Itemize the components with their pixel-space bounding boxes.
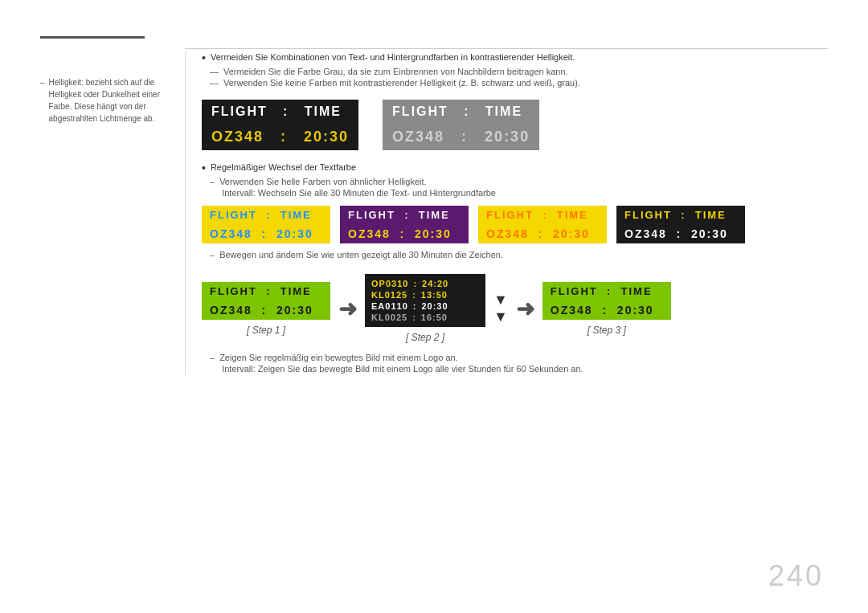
sub-dash2-marker — [210, 188, 217, 198]
page-container: – Helligkeit: bezieht sich auf die Helli… — [0, 0, 868, 613]
step1-header: FLIGHT : TIME — [202, 282, 330, 300]
note2-dash2-marker — [210, 364, 217, 374]
s2r3-time: 20:30 — [421, 301, 448, 311]
sub-dash1-text: Verwenden Sie helle Farben von ähnlicher… — [219, 177, 426, 186]
dash2-marker: — — [210, 78, 219, 88]
flight-panel-gray: FLIGHT : TIME OZ348 : 20:30 — [383, 100, 539, 150]
panel-dark2-body: OZ348 : 20:30 — [616, 224, 745, 243]
flight-label-dark: FLIGHT : TIME — [211, 104, 342, 118]
note2-dash1: – Zeigen Sie regelmäßig ein bewegtes Bil… — [202, 353, 828, 362]
step1-panel: FLIGHT : TIME OZ348 : 20:30 — [202, 282, 330, 320]
main-bullet2: • Regelmäßiger Wechsel der Textfarbe — [202, 162, 828, 174]
step2-row2: KL0125 : 13:50 — [371, 290, 479, 300]
steps-row: FLIGHT : TIME OZ348 : 20:30 [ Step 1 ] ➜… — [202, 274, 828, 343]
sidebar-bullet: – Helligkeit: bezieht sich auf die Helli… — [40, 76, 169, 125]
step2-row3: EA0110 : 20:30 — [371, 301, 479, 311]
top-rule — [185, 48, 828, 49]
page-number: 240 — [768, 559, 824, 593]
note-dash-text: Bewegen und ändern Sie wie unten gezeigt… — [219, 250, 503, 260]
arrow-down-group: ▼ ▼ — [493, 292, 508, 325]
note2-dash1-text: Zeigen Sie regelmäßig ein bewegtes Bild … — [219, 353, 458, 362]
panel-by-body: OZ348 : 20:30 — [202, 224, 330, 243]
flight-panel-blue-yellow: FLIGHT : TIME OZ348 : 20:30 — [202, 206, 330, 243]
sidebar-dash: – — [40, 76, 45, 125]
panel-by-header: FLIGHT : TIME — [202, 206, 330, 224]
note-section: – Zeigen Sie regelmäßig ein bewegtes Bil… — [202, 353, 828, 374]
sub-dash1: – Verwenden Sie helle Farben von ähnlich… — [202, 177, 828, 186]
step3-body: OZ348 : 20:30 — [542, 300, 671, 320]
panel-gray-body: OZ348 : 20:30 — [383, 124, 539, 150]
layout: – Helligkeit: bezieht sich auf die Helli… — [40, 52, 828, 375]
main-dash1: — Vermeiden Sie die Farbe Grau, da sie z… — [202, 67, 828, 76]
step2-row4: KL0025 : 16:50 — [371, 313, 479, 322]
left-rule — [40, 36, 145, 39]
color-panels-row: FLIGHT : TIME OZ348 : 20:30 FLIGHT : TIM… — [202, 206, 828, 243]
step2-panel: OP0310 : 24:20 KL0125 : 13:50 EA0110 : — [365, 274, 485, 327]
s2r2-sep: : — [412, 290, 416, 300]
s2r3-sep: : — [413, 301, 417, 311]
step1-wrapper: FLIGHT : TIME OZ348 : 20:30 [ Step 1 ] — [202, 282, 330, 336]
arrow-right-1: ➜ — [338, 296, 357, 322]
flight-panel-dark2: FLIGHT : TIME OZ348 : 20:30 — [616, 206, 745, 243]
dash1-marker: — — [210, 67, 219, 76]
sub-dash2: Intervall: Wechseln Sie alle 30 Minuten … — [202, 188, 828, 198]
arrow-down2: ▼ — [493, 309, 508, 325]
bullet1-text: Vermeiden Sie Kombinationen von Text- un… — [211, 52, 575, 62]
bullet-dot2: • — [202, 162, 206, 174]
step2-row1: OP0310 : 24:20 — [371, 279, 479, 288]
dash2-text: Verwenden Sie keine Farben mit kontrasti… — [223, 78, 580, 88]
arrow-right-2: ➜ — [516, 296, 534, 322]
sidebar: – Helligkeit: bezieht sich auf die Helli… — [40, 52, 185, 375]
note2-dash2-text: Intervall: Zeigen Sie das bewegte Bild m… — [222, 364, 583, 374]
panel-org-header: FLIGHT : TIME — [478, 206, 607, 224]
s2r4-time: 16:50 — [421, 313, 448, 322]
flight-panel-purple: FLIGHT : TIME OZ348 : 20:30 — [340, 206, 469, 243]
step3-panel: FLIGHT : TIME OZ348 : 20:30 — [542, 282, 671, 320]
panel-pur-header: FLIGHT : TIME — [340, 206, 469, 224]
step3-header: FLIGHT : TIME — [542, 282, 671, 300]
s2r1-sep: : — [413, 279, 417, 288]
step1-body: OZ348 : 20:30 — [202, 300, 330, 320]
s2r3-code: EA0110 — [371, 301, 408, 311]
arrow-down1: ▼ — [493, 292, 508, 309]
s2r1-code: OP0310 — [371, 279, 408, 288]
note-dash: – Bewegen und ändern Sie wie unten gezei… — [202, 250, 828, 260]
note-dash-marker: – — [210, 250, 215, 260]
main-bullet1: • Vermeiden Sie Kombinationen von Text- … — [202, 52, 828, 63]
sub-dash2-text: Intervall: Wechseln Sie alle 30 Minuten … — [222, 188, 496, 198]
bullet2-text: Regelmäßiger Wechsel der Textfarbe — [211, 162, 356, 172]
step3-wrapper: FLIGHT : TIME OZ348 : 20:30 [ Step 3 ] — [542, 282, 671, 336]
s2r4-sep: : — [412, 313, 416, 322]
step1-label: [ Step 1 ] — [247, 325, 285, 336]
panel-org-body: OZ348 : 20:30 — [478, 224, 607, 243]
dash1-text: Vermeiden Sie die Farbe Grau, da sie zum… — [223, 67, 568, 76]
s2r2-code: KL0125 — [371, 290, 407, 300]
note2-dash1-marker: – — [210, 353, 215, 362]
panel-pur-body: OZ348 : 20:30 — [340, 224, 469, 243]
s2r1-time: 24:20 — [422, 279, 448, 288]
note2-dash2: Intervall: Zeigen Sie das bewegte Bild m… — [202, 364, 828, 374]
s2r2-time: 13:50 — [421, 290, 448, 300]
panel-gray-header: FLIGHT : TIME — [383, 100, 539, 124]
bullet-dot1: • — [202, 52, 206, 63]
panel-dark-header: FLIGHT : TIME — [202, 100, 358, 124]
flight-panels-row1: FLIGHT : TIME OZ348 : 20:30 FLIGHT : TIM… — [202, 100, 828, 150]
s2r4-code: KL0025 — [371, 313, 407, 322]
oz348-gray: OZ348 : 20:30 — [392, 129, 530, 145]
main-content: • Vermeiden Sie Kombinationen von Text- … — [185, 52, 828, 375]
sidebar-text: Helligkeit: bezieht sich auf die Helligk… — [49, 76, 169, 125]
flight-panel-orange: FLIGHT : TIME OZ348 : 20:30 — [478, 206, 607, 243]
sub-dash1-marker: – — [210, 177, 215, 186]
oz348-dark: OZ348 : 20:30 — [211, 129, 349, 145]
step2-label: [ Step 2 ] — [406, 332, 444, 343]
step2-wrapper: OP0310 : 24:20 KL0125 : 13:50 EA0110 : — [365, 274, 485, 343]
main-dash2: — Verwenden Sie keine Farben mit kontras… — [202, 78, 828, 88]
step3-label: [ Step 3 ] — [588, 325, 626, 336]
flight-panel-dark: FLIGHT : TIME OZ348 : 20:30 — [202, 100, 358, 150]
panel-dark-body: OZ348 : 20:30 — [202, 124, 358, 150]
flight-label-gray: FLIGHT : TIME — [392, 104, 522, 118]
panel-dark2-header: FLIGHT : TIME — [616, 206, 745, 224]
